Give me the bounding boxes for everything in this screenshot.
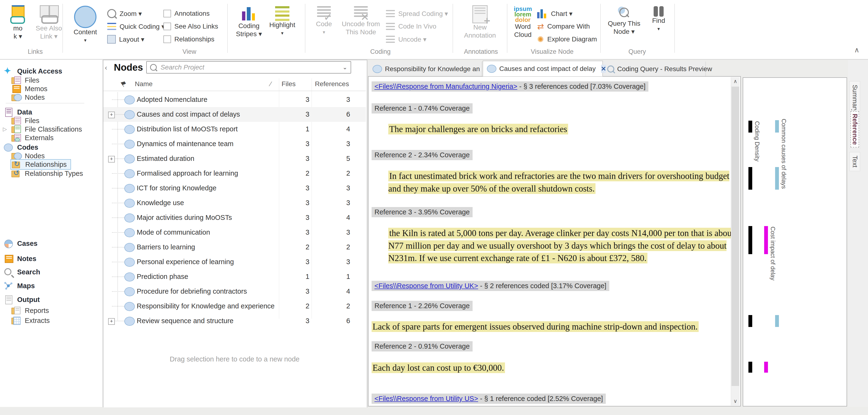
content-button[interactable]: Content ▾ bbox=[74, 6, 97, 44]
file-link[interactable]: <Files\\Response from Utility US> bbox=[374, 395, 478, 403]
code-button[interactable]: ✓ Code ▾ bbox=[312, 6, 336, 36]
coding-stripe-density[interactable] bbox=[748, 167, 752, 189]
relationships-checkbox[interactable] bbox=[163, 35, 171, 43]
sidebar-item-extracts[interactable]: Extracts bbox=[11, 316, 50, 325]
search-box[interactable]: ⌄ bbox=[146, 61, 351, 73]
explore-diagram-icon: ✺ bbox=[537, 35, 544, 43]
layout-button[interactable]: Layout ▾ bbox=[107, 33, 144, 46]
table-row[interactable]: Formalised approach for learning22 bbox=[103, 166, 366, 181]
spread-coding-button[interactable]: Spread Coding ▾ bbox=[386, 7, 448, 20]
tab-causes-and-cost-impact[interactable]: Causes and cost impact of delay ✕ bbox=[483, 61, 603, 76]
see-also-links-checkbox[interactable] bbox=[163, 23, 171, 30]
search-input[interactable] bbox=[160, 63, 339, 71]
word-cloud-button[interactable]: ipsum lorem dolor Word Cloud bbox=[510, 6, 536, 39]
sidebar-item-files[interactable]: Files bbox=[11, 116, 39, 126]
table-row[interactable]: Responsibility for Knowledge and experie… bbox=[103, 299, 366, 314]
collapse-ribbon-icon[interactable]: ∧ bbox=[854, 46, 860, 54]
highlight-button[interactable]: Highlight ▾ bbox=[267, 5, 298, 37]
expand-arrow-icon[interactable]: ▷ bbox=[3, 126, 7, 132]
expand-icon[interactable]: + bbox=[108, 156, 115, 163]
coding-stripe-density[interactable] bbox=[748, 315, 752, 327]
table-header[interactable]: ⚑ Name ⁄ Files References bbox=[103, 78, 366, 91]
coding-stripe-common[interactable] bbox=[775, 315, 779, 327]
tab-reference[interactable]: Reference bbox=[849, 110, 860, 148]
vertical-scrollbar[interactable]: ∧ ∨ bbox=[731, 77, 740, 406]
code-in-vivo-button[interactable]: Code In Vivo bbox=[386, 20, 436, 33]
column-header-references[interactable]: References bbox=[315, 80, 349, 88]
see-also-links-checkbox-row[interactable]: See Also Links bbox=[163, 20, 218, 33]
coding-stripe-common[interactable] bbox=[775, 167, 779, 189]
coding-stripe-density[interactable] bbox=[748, 226, 752, 254]
sidebar-item-maps[interactable]: Maps bbox=[4, 281, 35, 290]
coding-stripe-density[interactable] bbox=[748, 120, 752, 133]
see-also-link-button[interactable]: See Also Link ▾ bbox=[36, 5, 62, 40]
chevron-down-icon[interactable]: ⌄ bbox=[343, 64, 347, 71]
node-icon bbox=[124, 213, 135, 222]
close-tab-icon[interactable]: ✕ bbox=[601, 65, 606, 73]
expand-icon[interactable]: + bbox=[108, 112, 115, 118]
scroll-down-icon[interactable]: ∨ bbox=[731, 397, 740, 406]
sidebar-item-qa-files[interactable]: Files bbox=[11, 75, 39, 85]
quick-coding-button[interactable]: Quick Coding ▾ bbox=[107, 20, 165, 33]
document-view[interactable]: <Files\\Response from Manufacturing Nige… bbox=[368, 76, 741, 407]
query-this-node-button[interactable]: Query This Node ▾ bbox=[608, 6, 641, 36]
table-row[interactable]: Procedure for debriefing contractors34 bbox=[103, 284, 366, 299]
explore-diagram-button[interactable]: ✺ Explore Diagram bbox=[537, 33, 597, 46]
table-row[interactable]: +Causes and cost impact of delays36 bbox=[103, 107, 366, 122]
table-row[interactable]: Adopted Nomenclature33 bbox=[103, 92, 366, 107]
expand-icon[interactable]: + bbox=[108, 318, 115, 325]
file-link[interactable]: <Files\\Response from Manufacturing Nige… bbox=[374, 82, 517, 90]
compare-with-button[interactable]: ⇄ Compare With bbox=[537, 20, 590, 33]
collapse-panel-icon[interactable]: ‹ bbox=[105, 64, 107, 72]
scroll-up-icon[interactable]: ∧ bbox=[731, 77, 740, 86]
sidebar-item-qa-memos[interactable]: Memos bbox=[11, 84, 48, 94]
coding-stripe-cost[interactable] bbox=[764, 226, 768, 254]
zoom-button[interactable]: Zoom ▾ bbox=[107, 7, 142, 20]
sidebar-item-reports[interactable]: Reports bbox=[11, 306, 49, 315]
table-row[interactable]: Prediction phase11 bbox=[103, 269, 366, 284]
table-row[interactable]: Knowledge use33 bbox=[103, 196, 366, 210]
chart-button[interactable]: Chart ▾ bbox=[537, 7, 572, 20]
sidebar-item-relationships[interactable]: ↻ Relationships bbox=[10, 159, 71, 170]
annotations-checkbox-row[interactable]: Annotations bbox=[163, 7, 210, 20]
table-row[interactable]: Major activities during MoOSTs34 bbox=[103, 210, 366, 225]
column-header-files[interactable]: Files bbox=[282, 80, 296, 88]
scrollbar-thumb[interactable] bbox=[732, 87, 739, 386]
table-row[interactable]: Distribution list of MoOSTs report14 bbox=[103, 122, 366, 137]
coding-stripes-button[interactable]: Coding Stripes ▾ bbox=[235, 5, 263, 38]
memo-link-button[interactable]: mo k ▾ bbox=[0, 5, 36, 40]
table-row[interactable]: Barriers to learning22 bbox=[103, 240, 366, 254]
table-row[interactable]: +Review sequence and structure36 bbox=[103, 314, 366, 328]
find-button[interactable]: Find ▾ bbox=[647, 6, 671, 33]
sidebar-item-data[interactable]: Data bbox=[4, 107, 32, 117]
new-annotation-button[interactable]: + New Annotation bbox=[461, 5, 499, 39]
uncode-button[interactable]: Uncode ▾ bbox=[386, 33, 426, 46]
sidebar-item-cases[interactable]: Cases bbox=[4, 239, 37, 248]
table-row[interactable]: +Estimated duration35 bbox=[103, 151, 366, 166]
sidebar-item-qa-nodes[interactable]: Nodes bbox=[11, 93, 45, 102]
sidebar-item-codes[interactable]: Codes bbox=[4, 142, 38, 152]
file-link[interactable]: <Files\\Response from Utility UK> bbox=[374, 282, 478, 289]
table-row[interactable]: ICT for storing Knowledge33 bbox=[103, 181, 366, 196]
coding-stripe-density[interactable] bbox=[748, 362, 752, 373]
uncode-from-this-node-button[interactable]: ✕ Uncode from This Node bbox=[339, 6, 382, 36]
tab-coding-query-results[interactable]: Coding Query - Results Preview bbox=[603, 62, 706, 76]
table-row[interactable]: Dynamics of maintenance team33 bbox=[103, 137, 366, 151]
tab-text[interactable]: Text bbox=[849, 152, 860, 171]
table-row[interactable]: Personal experience of learning33 bbox=[103, 254, 366, 269]
sidebar-item-externals[interactable]: Externals bbox=[11, 133, 54, 142]
sidebar-item-notes[interactable]: Notes bbox=[4, 254, 36, 264]
relationships-checkbox-row[interactable]: Relationships bbox=[163, 33, 214, 46]
column-header-name[interactable]: Name bbox=[135, 80, 153, 88]
node-name: Adopted Nomenclature bbox=[137, 96, 208, 104]
sidebar-item-file-classifications[interactable]: ▷ File Classifications bbox=[11, 125, 82, 134]
annotations-checkbox[interactable] bbox=[163, 10, 171, 18]
coding-stripe-cost[interactable] bbox=[764, 362, 768, 373]
table-row[interactable]: Mode of communication33 bbox=[103, 225, 366, 240]
sidebar-item-output[interactable]: Output bbox=[4, 295, 40, 304]
sidebar-item-relationship-types[interactable]: ↺ Relationship Types bbox=[11, 169, 83, 178]
coding-stripe-common[interactable] bbox=[775, 120, 779, 133]
sidebar-item-quick-access[interactable]: ✦ Quick Access bbox=[4, 66, 62, 76]
tab-responsibility-for-knowledge[interactable]: Responsibility for Knowledge an bbox=[369, 62, 482, 76]
sidebar-item-search[interactable]: Search bbox=[4, 267, 40, 277]
